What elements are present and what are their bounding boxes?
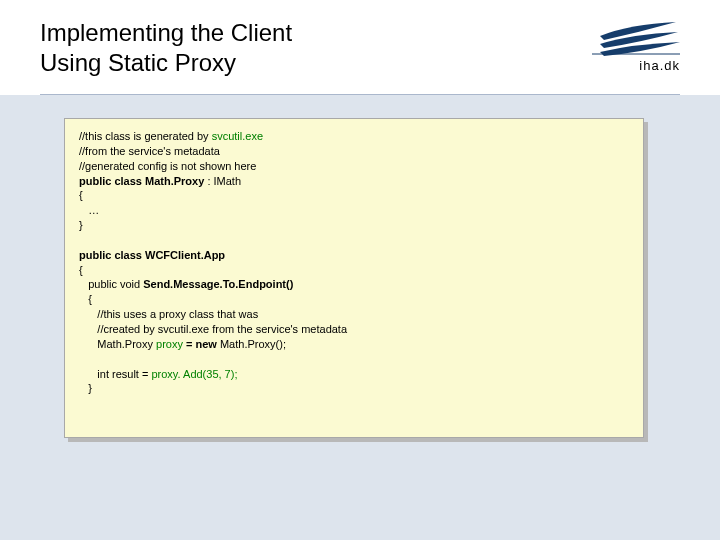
stmt: Math.Proxy <box>79 338 156 350</box>
brace: } <box>79 219 83 231</box>
page-title: Implementing the Client Using Static Pro… <box>40 18 292 78</box>
class-decl: public class WCFClient.App <box>79 249 225 261</box>
ellipsis: … <box>79 204 99 216</box>
op: = <box>183 338 196 350</box>
stmt: Math.Proxy(); <box>217 338 286 350</box>
svcutil-text: svcutil.exe <box>212 130 263 142</box>
class-decl: public class Math.Proxy <box>79 175 204 187</box>
title-line-2: Using Static Proxy <box>40 49 236 76</box>
comment-line: //this class is generated by <box>79 130 212 142</box>
method-name: Send.Message.To.Endpoint() <box>143 278 293 290</box>
brace: { <box>79 189 83 201</box>
class-base: : IMath <box>204 175 241 187</box>
comment-line: //from the service's metadata <box>79 145 220 157</box>
keyword: new <box>195 338 216 350</box>
brace: } <box>79 382 92 394</box>
logo-text: iha.dk <box>639 58 680 73</box>
title-line-1: Implementing the Client <box>40 19 292 46</box>
stmt: int result = <box>79 368 151 380</box>
ident: proxy <box>156 338 183 350</box>
method-sig: public void <box>79 278 143 290</box>
wings-icon <box>590 18 680 56</box>
comment-line: //generated config is not shown here <box>79 160 256 172</box>
comment-line: //created by svcutil.exe from the servic… <box>79 323 347 335</box>
call: proxy. Add(35, 7); <box>151 368 237 380</box>
logo: iha.dk <box>590 18 680 73</box>
brace: { <box>79 293 92 305</box>
code-block: //this class is generated by svcutil.exe… <box>64 118 644 438</box>
brace: { <box>79 264 83 276</box>
comment-line: //this uses a proxy class that was <box>79 308 258 320</box>
